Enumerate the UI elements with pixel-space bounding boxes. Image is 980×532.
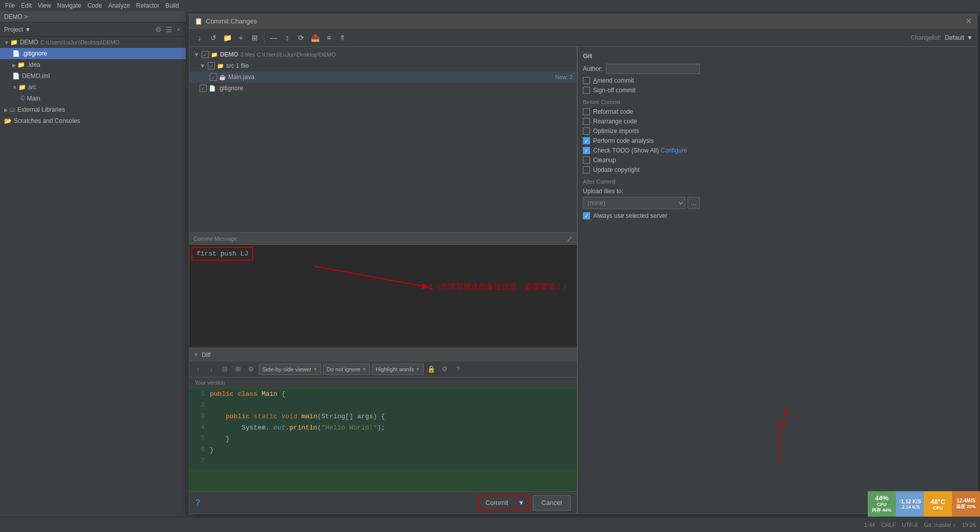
ide-menu-bar[interactable]: File Edit View Navigate Code Analyze Ref… [0, 0, 980, 11]
git-checkbox-rearrange[interactable] [583, 118, 590, 125]
toolbar-btn-open[interactable]: 📁 [221, 32, 233, 44]
menu-file[interactable]: File [2, 2, 18, 9]
panel-icon-gear[interactable]: ☰ [165, 26, 174, 34]
tree-item-external-libs[interactable]: ▶ 🗂 External Libraries [0, 104, 186, 115]
status-bar: 1:44 CRLF UTF-8 Git: master ↑ 19:26 [0, 517, 980, 532]
toolbar-separator-1 [264, 33, 264, 43]
git-checkbox-todo[interactable] [583, 147, 590, 154]
menu-code[interactable]: Code [84, 2, 105, 9]
toolbar-btn-jump[interactable]: ↕ [281, 32, 293, 44]
toolbar-btn-move[interactable]: ⊞ [249, 32, 261, 44]
git-option-amend[interactable]: Amend commit [583, 77, 700, 84]
commit-message-expand-icon[interactable]: ⤢ [567, 235, 573, 243]
configure-link[interactable]: Configure [660, 147, 687, 154]
tree-item-demo-iml[interactable]: 📄 DEMO.iml [0, 70, 186, 82]
tree-label-demo-iml: DEMO.iml [22, 72, 50, 80]
folder-icon-src: 📁 [18, 84, 26, 91]
tree-item-src[interactable]: ▼ 📁 src [0, 82, 186, 93]
git-checkbox-analysis[interactable] [583, 137, 590, 144]
diff-content: Your version 1 public class Main { 2 [189, 377, 577, 491]
tree-item-main[interactable]: © Main [0, 93, 186, 104]
toolbar-btn-add[interactable]: + [235, 32, 247, 44]
menu-refactor[interactable]: Refactor [133, 2, 162, 9]
checkbox-gitignore[interactable] [200, 85, 207, 92]
toolbar-btn-revert[interactable]: ↺ [207, 32, 219, 44]
git-option-signoff[interactable]: Sign-off commit [583, 87, 700, 94]
diff-code-area: 1 public class Main { 2 3 [189, 388, 577, 491]
git-checkbox-amend[interactable] [583, 77, 590, 84]
menu-analyze[interactable]: Analyze [105, 2, 133, 9]
diff-btn-help[interactable]: ? [452, 364, 463, 375]
git-checkbox-signoff[interactable] [583, 87, 590, 94]
commit-message-input[interactable] [189, 245, 577, 347]
git-checkbox-cleanup[interactable] [583, 157, 590, 164]
toolbar-btn-refresh[interactable]: ↓ [193, 32, 206, 44]
cancel-button[interactable]: Cancel [533, 495, 571, 511]
file-tree-src-label: src 1 file [226, 62, 249, 69]
git-option-rearrange[interactable]: Rearrange code [583, 118, 700, 125]
checkbox-main-java[interactable] [210, 73, 217, 81]
git-author-input[interactable] [606, 64, 700, 74]
line-content-7 [210, 458, 214, 465]
git-label-rearrange: Rearrange code [593, 118, 637, 125]
menu-view[interactable]: View [35, 2, 54, 9]
diff-btn-gear[interactable]: ⚙ [439, 364, 450, 375]
tree-item-idea[interactable]: ▶ 📁 .idea [0, 59, 186, 70]
diff-collapse-arrow[interactable]: ▼ [193, 352, 199, 358]
diff-btn-collapse[interactable]: ⊟ [219, 364, 230, 375]
diff-btn-up[interactable]: ↑ [192, 364, 204, 375]
tree-expand-src[interactable]: ▼ [200, 62, 206, 69]
menu-build[interactable]: Build [162, 2, 182, 9]
checkbox-src[interactable] [208, 62, 215, 69]
diff-btn-lock[interactable]: 🔒 [426, 364, 437, 375]
git-checkbox-copyright[interactable] [583, 166, 590, 173]
cpu-val-2: ↑1.12 K/S [899, 499, 921, 504]
upload-browse-button[interactable]: … [688, 197, 700, 209]
toolbar-btn-upload[interactable]: 📤 [309, 32, 321, 44]
diff-btn-expand[interactable]: ⊞ [232, 364, 243, 375]
commit-button-label[interactable]: Commit [479, 499, 515, 506]
git-option-optimize[interactable]: Optimize imports [583, 128, 700, 135]
diff-viewer-dropdown[interactable]: Side-by-side viewer ▼ [259, 364, 321, 375]
tree-item-gitignore[interactable]: 📄 .gitignore [0, 48, 186, 59]
git-option-cleanup[interactable]: Cleanup [583, 157, 700, 164]
file-tree-gitignore[interactable]: 📄 .gitignore [189, 83, 577, 94]
changelist-dropdown-arrow[interactable]: ▼ [967, 34, 973, 41]
file-tree-src[interactable]: ▼ 📁 src 1 file [189, 60, 577, 71]
checkbox-demo-root[interactable] [202, 51, 209, 58]
tree-item-scratches[interactable]: 📂 Scratches and Consoles [0, 115, 186, 126]
tree-expand-demo[interactable]: ▼ [193, 51, 200, 58]
status-time: 1:44 [864, 522, 875, 528]
toolbar-btn-remove[interactable]: — [267, 32, 280, 44]
tree-item-demo[interactable]: ▼ 📁 DEMO C:\Users\LuJun\Desktop\DEMO [0, 37, 186, 48]
file-tree-main-java[interactable]: ☕ Main.java New: 2 [189, 71, 577, 83]
git-option-reformat[interactable]: Reformat code [583, 108, 700, 115]
commit-button-group[interactable]: Commit ▼ [478, 495, 529, 511]
git-option-copyright[interactable]: Update copyright [583, 166, 700, 173]
git-checkbox-always-server[interactable] [583, 212, 590, 219]
diff-btn-down[interactable]: ↓ [206, 364, 217, 375]
upload-select[interactable]: (none) [583, 197, 685, 209]
git-checkbox-optimize[interactable] [583, 128, 590, 135]
git-option-analysis[interactable]: Perform code analysis [583, 137, 700, 144]
help-icon[interactable]: ? [195, 498, 200, 508]
line-content-1: public class Main { [210, 390, 285, 398]
panel-title: Project ▼ [4, 26, 154, 33]
file-tree-demo-root[interactable]: ▼ 📁 DEMO 2 files C:\Users\LuJun\Desktop\… [189, 49, 577, 60]
commit-button-arrow[interactable]: ▼ [515, 499, 528, 506]
toolbar-btn-up[interactable]: ⇑ [336, 32, 349, 44]
tree-label-main: Main [27, 95, 40, 102]
dialog-close-button[interactable]: ✕ [965, 16, 972, 26]
panel-icon-close[interactable]: × [176, 26, 182, 34]
panel-icon-sync[interactable]: ⚙ [154, 26, 163, 34]
diff-btn-settings[interactable]: ⚙ [246, 364, 257, 375]
menu-navigate[interactable]: Navigate [54, 2, 84, 9]
toolbar-btn-sync[interactable]: ⟳ [295, 32, 307, 44]
menu-edit[interactable]: Edit [18, 2, 35, 9]
toolbar-btn-menu[interactable]: ≡ [323, 32, 335, 44]
diff-highlight-dropdown[interactable]: Highlight words ▼ [372, 364, 424, 375]
git-option-always-server[interactable]: Always use selected server [583, 212, 700, 219]
diff-ignore-dropdown[interactable]: Do not ignore ▼ [323, 364, 370, 375]
git-checkbox-reformat[interactable] [583, 108, 590, 115]
git-option-todo[interactable]: Check TODO (Show All) Configure [583, 147, 700, 154]
